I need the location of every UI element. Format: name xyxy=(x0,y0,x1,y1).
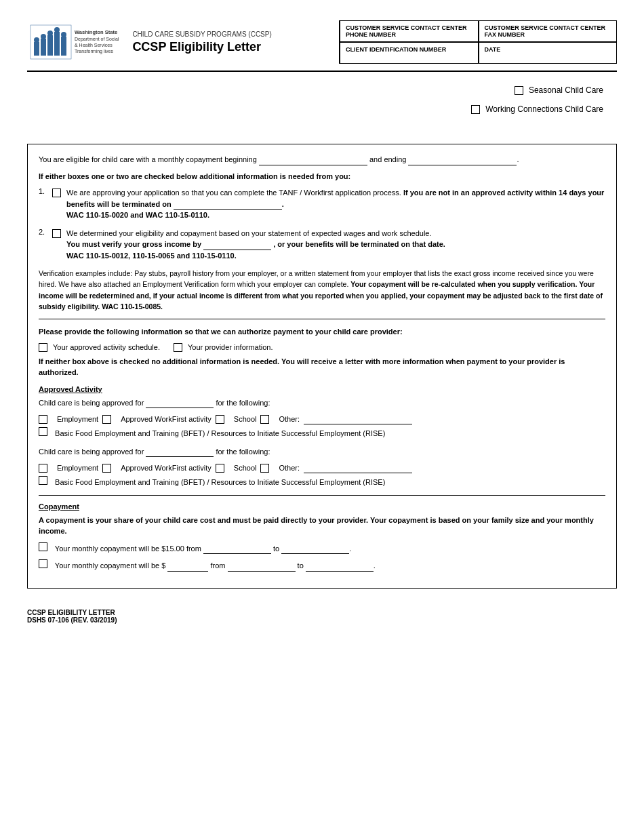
provide-info-section: Please provide the following information… xyxy=(39,319,605,378)
svg-rect-2 xyxy=(41,39,46,56)
item-2-text: We determined your eligibility and copay… xyxy=(66,229,432,237)
copay2-amount-blank xyxy=(167,561,208,572)
footer-line1: CCSP ELIGIBILITY LETTER xyxy=(27,609,617,616)
item-1-content: We are approving your application so tha… xyxy=(66,187,605,221)
workfirst-checkbox-1[interactable] xyxy=(102,415,111,424)
provider-check-item: Your provider information. xyxy=(174,343,273,352)
employment-label-2: Employment xyxy=(57,464,98,472)
phone-label-cell: CUSTOMER SERVICE CONTACT CENTER PHONE NU… xyxy=(340,20,479,42)
beginning-date-blank xyxy=(259,155,367,165)
agency-sub: & Health Services xyxy=(75,42,119,48)
date-label-cell: DATE xyxy=(479,42,618,64)
item-2-checkbox[interactable] xyxy=(52,229,61,238)
eligibility-intro: You are eligible for child care with a m… xyxy=(39,155,257,163)
activity-schedule-label: Your approved activity schedule. xyxy=(53,343,160,351)
logo-area: Washington State Department of Social & … xyxy=(27,22,119,62)
approved-for-line-2: Child care is being approved for for the… xyxy=(39,446,605,458)
page-header: Washington State Department of Social & … xyxy=(27,20,617,72)
employment-checkbox-1[interactable] xyxy=(39,415,47,424)
other-label-2: Other: xyxy=(279,464,300,472)
item-1-checkbox[interactable] xyxy=(52,188,61,197)
agency-tag: Transforming lives xyxy=(75,48,119,54)
school-checkbox-1[interactable] xyxy=(216,415,224,424)
copayment-bold-text: A copayment is your share of your child … xyxy=(39,515,605,537)
other-blank-1 xyxy=(304,414,412,424)
provider-info-label: Your provider information. xyxy=(188,343,273,351)
workfirst-label-1: Approved WorkFirst activity xyxy=(121,415,212,423)
approved-for-line-1: Child care is being approved for for the… xyxy=(39,397,605,409)
seasonal-checkbox[interactable] xyxy=(515,86,523,95)
copay1-to-blank xyxy=(281,543,349,554)
main-content-box: You are eligible for child care with a m… xyxy=(27,144,617,589)
other-checkbox-1[interactable] xyxy=(260,415,269,424)
title-block: CHILD CARE SUBSIDY PROGRAMS (CCSP) CCSP … xyxy=(132,31,271,54)
item-2-content: We determined your eligibility and copay… xyxy=(66,228,605,262)
copay-line-2: Your monthly copayment will be $ from to… xyxy=(39,559,605,572)
item-2-bold: You must verify your gross income by , o… xyxy=(66,240,445,248)
agency-name: Washington State xyxy=(75,29,119,36)
logo-text: Washington State Department of Social & … xyxy=(75,29,119,54)
school-checkbox-2[interactable] xyxy=(216,464,224,473)
copayment-label: Copayment xyxy=(39,502,605,511)
item-1-date-blank xyxy=(174,199,282,210)
copay2-text: Your monthly copayment will be $ xyxy=(55,561,165,570)
item-1-text: We are approving your application so tha… xyxy=(66,188,401,197)
bfet-line-1: Basic Food Employment and Training (BFET… xyxy=(39,427,605,439)
svg-point-8 xyxy=(47,31,53,36)
eligibility-mid: and ending xyxy=(369,155,406,163)
svg-point-9 xyxy=(54,27,60,33)
item-1-number: 1. xyxy=(39,187,52,195)
workfirst-checkbox-2[interactable] xyxy=(102,464,111,473)
working-connections-label: Working Connections Child Care xyxy=(485,104,603,114)
working-connections-checkbox-row: Working Connections Child Care xyxy=(471,104,603,114)
copayment-section: Copayment A copayment is your share of y… xyxy=(39,495,605,572)
verification-paragraph: Verification examples include: Pay stubs… xyxy=(39,268,605,312)
school-label-2: School xyxy=(234,464,257,472)
header-left: Washington State Department of Social & … xyxy=(27,20,339,64)
agency-dept: Department of Social xyxy=(75,36,119,42)
svg-rect-1 xyxy=(34,42,39,56)
copay1-checkbox[interactable] xyxy=(39,542,47,551)
svg-rect-5 xyxy=(61,37,66,56)
page-footer: CCSP ELIGIBILITY LETTER DSHS 07-106 (REV… xyxy=(27,609,617,624)
item-2-date-blank xyxy=(203,239,271,250)
approved-for-1-blank xyxy=(146,397,214,408)
item-1-wac: WAC 110-15-0020 and WAC 110-15-0110. xyxy=(66,211,209,219)
approved-activity-section: Approved Activity Child care is being ap… xyxy=(39,385,605,488)
subtitle: CHILD CARE SUBSIDY PROGRAMS (CCSP) xyxy=(132,31,271,38)
copay2-from-blank xyxy=(228,561,296,572)
fax-label-cell: CUSTOMER SERVICE CONTACT CENTER FAX NUMB… xyxy=(479,20,618,42)
bfet-checkbox-2[interactable] xyxy=(39,476,47,485)
activity-schedule-checkbox[interactable] xyxy=(39,343,47,352)
svg-rect-4 xyxy=(54,32,60,56)
copay-line-1: Your monthly copayment will be $15.00 fr… xyxy=(39,542,605,555)
activity-check-item: Your approved activity schedule. xyxy=(39,343,160,352)
approved-activity-label: Approved Activity xyxy=(39,385,605,393)
item-2: 2. We determined your eligibility and co… xyxy=(39,228,605,262)
svg-point-10 xyxy=(61,32,66,37)
other-checkbox-2[interactable] xyxy=(260,464,269,473)
copay2-checkbox[interactable] xyxy=(39,559,47,568)
other-label-1: Other: xyxy=(279,415,300,423)
provider-info-checkbox[interactable] xyxy=(174,343,182,352)
copay1-from-blank xyxy=(203,543,271,554)
copay1-text: Your monthly copayment will be $15.00 fr… xyxy=(55,544,201,553)
dshs-logo xyxy=(27,22,75,62)
page-title: CCSP Eligibility Letter xyxy=(132,40,271,54)
approved-for-2-blank xyxy=(146,446,214,457)
eligibility-line: You are eligible for child care with a m… xyxy=(39,154,605,165)
bfet-label-2: Basic Food Employment and Training (BFET… xyxy=(55,478,385,486)
footer-line2: DSHS 07-106 (REV. 03/2019) xyxy=(27,616,617,624)
program-checkboxes: Seasonal Child Care Working Connections … xyxy=(27,85,617,123)
item-2-number: 2. xyxy=(39,228,52,236)
bfet-checkbox-1[interactable] xyxy=(39,427,47,436)
seasonal-checkbox-row: Seasonal Child Care xyxy=(515,85,603,95)
working-connections-checkbox[interactable] xyxy=(471,105,480,114)
either-boxes-notice: If either boxes one or two are checked b… xyxy=(39,171,605,182)
employment-checkbox-2[interactable] xyxy=(39,464,47,473)
bfet-line-2: Basic Food Employment and Training (BFET… xyxy=(39,476,605,488)
bfet-label-1: Basic Food Employment and Training (BFET… xyxy=(55,429,385,437)
svg-point-6 xyxy=(34,37,39,43)
item-2-wac: WAC 110-15-0012, 110-15-0065 and 110-15-… xyxy=(66,252,237,260)
activity-options-1: Employment Approved WorkFirst activity S… xyxy=(39,414,605,424)
